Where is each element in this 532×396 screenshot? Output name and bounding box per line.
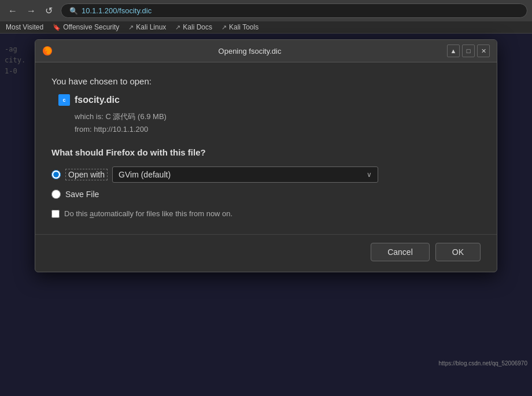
search-icon: 🔍 [69, 7, 78, 15]
dialog-controls: ▲ □ ✕ [447, 45, 490, 57]
close-button[interactable]: ✕ [477, 45, 490, 57]
cancel-button[interactable]: Cancel [371, 243, 430, 261]
file-type-text: which is: C 源代码 (6.9 MB) [75, 110, 481, 123]
arrow-icon: ↗ [128, 24, 134, 31]
file-meta-block: which is: C 源代码 (6.9 MB) from: http://10… [75, 110, 481, 136]
open-with-text: Open with [65, 169, 108, 180]
action-question-label: What should Firefox do with this file? [51, 147, 481, 157]
firefox-logo-icon [42, 46, 53, 56]
dialog-title-section: Opening fsocity.dic [53, 47, 447, 55]
bookmark-label: Most Visited [6, 23, 43, 31]
open-with-label-text: Open with [65, 169, 108, 180]
watermark-text: https://blog.csdn.net/qq_52006970 [439, 360, 527, 367]
bookmark-kali-tools[interactable]: ↗ Kali Tools [221, 23, 258, 31]
file-source-text: from: http://10.1.1.200 [75, 123, 481, 136]
maximize-button[interactable]: □ [462, 45, 475, 57]
dialog-title-text: Opening fsocity.dic [219, 47, 282, 55]
arrow-icon: ↗ [175, 24, 180, 31]
browser-toolbar: ← → ↺ 🔍 10.1.1.200/fsocity.dic [0, 0, 532, 21]
file-info-block: c fsocity.dic which is: C 源代码 (6.9 MB) f… [58, 94, 481, 136]
save-file-row: Save File [51, 190, 481, 199]
open-with-radio[interactable] [51, 170, 61, 179]
dialog-body: You have chosen to open: c fsocity.dic w… [35, 62, 497, 230]
selected-app-text: GVim (default) [119, 170, 171, 179]
bookmark-label: Offensive Security [63, 23, 119, 31]
browser-chrome: ← → ↺ 🔍 10.1.1.200/fsocity.dic Most Visi… [0, 0, 532, 34]
save-file-radio[interactable] [51, 190, 61, 199]
bookmark-kali-docs[interactable]: ↗ Kali Docs [175, 23, 212, 31]
auto-checkbox-row: Do this automatically for files like thi… [51, 209, 481, 218]
chosen-label: You have chosen to open: [51, 76, 481, 86]
bookmark-label: Kali Linux [136, 23, 166, 31]
bookmark-icon: 🔖 [53, 24, 61, 31]
arrow-icon: ↗ [221, 24, 227, 31]
auto-action-label: Do this automatically for files like thi… [64, 209, 232, 218]
auto-action-checkbox[interactable] [51, 210, 60, 218]
dialog-overlay: Opening fsocity.dic ▲ □ ✕ You have chose… [0, 34, 532, 369]
bookmark-label: Kali Tools [229, 23, 258, 31]
reload-button[interactable]: ↺ [42, 4, 56, 17]
address-bar[interactable]: 🔍 10.1.1.200/fsocity.dic [61, 3, 527, 18]
file-type-icon: c [58, 94, 70, 106]
bookmark-most-visited[interactable]: Most Visited [6, 23, 43, 31]
dialog-titlebar: Opening fsocity.dic ▲ □ ✕ [35, 40, 497, 62]
page-background: -ag city. 1-0 Opening fsocity.dic ▲ □ ✕ [0, 34, 532, 369]
ok-button[interactable]: OK [435, 243, 481, 261]
open-with-row: Open with GVim (default) ∨ [51, 166, 481, 183]
bookmark-label: Kali Docs [183, 23, 212, 31]
bookmark-offensive-security[interactable]: 🔖 Offensive Security [53, 23, 119, 31]
options-group: Open with GVim (default) ∨ Save File [51, 166, 481, 199]
save-file-label-text: Save File [65, 190, 99, 199]
chevron-down-icon: ∨ [367, 171, 372, 179]
firefox-dialog: Opening fsocity.dic ▲ □ ✕ You have chose… [35, 39, 497, 272]
nav-buttons: ← → ↺ [5, 4, 56, 17]
forward-button[interactable]: → [23, 5, 39, 17]
dialog-footer: Cancel OK [35, 234, 497, 272]
file-name-text: fsocity.dic [75, 95, 120, 105]
minimize-button[interactable]: ▲ [447, 45, 460, 57]
file-name-row: c fsocity.dic [58, 94, 481, 106]
address-text: 10.1.1.200/fsocity.dic [82, 6, 152, 15]
bookmark-kali-linux[interactable]: ↗ Kali Linux [128, 23, 166, 31]
back-button[interactable]: ← [5, 5, 21, 17]
app-select-dropdown[interactable]: GVim (default) ∨ [112, 166, 378, 183]
bookmarks-bar: Most Visited 🔖 Offensive Security ↗ Kali… [0, 21, 532, 34]
